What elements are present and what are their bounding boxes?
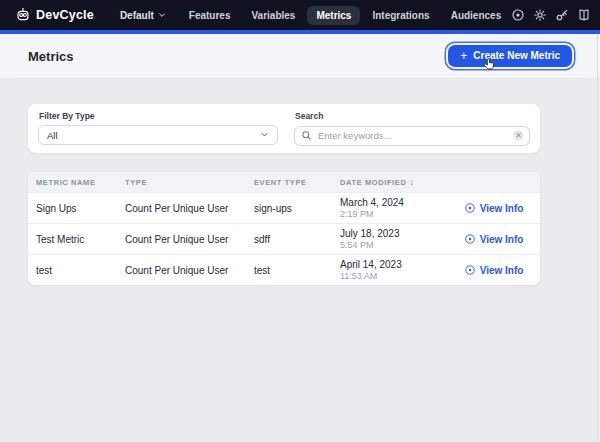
cell-event-type: test: [254, 265, 340, 276]
view-info-link[interactable]: View Info: [464, 264, 524, 276]
api-key-icon[interactable]: [554, 7, 570, 23]
create-button-label: Create New Metric: [473, 50, 560, 61]
filter-type-value: All: [47, 130, 58, 141]
documentation-book-icon[interactable]: [576, 7, 592, 23]
column-header-metric-name[interactable]: Metric Name: [36, 178, 125, 187]
nav-item-features[interactable]: Features: [180, 6, 240, 25]
cell-event-type: sdff: [254, 234, 340, 245]
table-row[interactable]: test Count Per Unique User test April 14…: [28, 254, 540, 285]
clear-search-icon[interactable]: ✕: [513, 130, 524, 141]
nav-item-audiences[interactable]: Audiences: [442, 6, 511, 25]
project-selector[interactable]: Default: [120, 10, 166, 21]
nav-item-metrics[interactable]: Metrics: [307, 6, 360, 25]
navbar-actions: [510, 6, 600, 24]
filter-by-type-field: Filter By Type All: [38, 111, 278, 145]
brand-logo[interactable]: DevCycle: [15, 7, 94, 23]
search-label: Search: [295, 111, 530, 121]
cell-metric-name: Test Metric: [36, 234, 125, 245]
toggle-status-icon[interactable]: [510, 7, 526, 23]
app-window: DevCycle Default Features Variables Metr…: [0, 0, 600, 442]
nav-item-variables[interactable]: Variables: [242, 6, 304, 25]
view-info-link[interactable]: View Info: [464, 233, 524, 245]
filter-by-type-label: Filter By Type: [39, 111, 278, 121]
project-selector-label: Default: [120, 10, 154, 21]
eye-icon: [464, 264, 476, 276]
chevron-down-icon: [158, 10, 166, 21]
cell-metric-name: Sign Ups: [36, 203, 125, 214]
cell-type: Count Per Unique User: [125, 203, 254, 214]
table-row[interactable]: Test Metric Count Per Unique User sdff J…: [28, 223, 540, 254]
window-edge-divider: [597, 34, 598, 442]
main-content: Filter By Type All Search ✕: [0, 79, 600, 285]
column-header-event-type[interactable]: Event Type: [254, 178, 340, 187]
cell-date-modified: April 14, 2023 11:53 AM: [340, 259, 455, 281]
filter-type-select[interactable]: All: [38, 125, 278, 145]
search-field: Search ✕: [294, 111, 530, 145]
column-header-date-modified[interactable]: Date Modified ↓: [340, 177, 455, 187]
column-header-type[interactable]: Type: [125, 178, 254, 187]
cell-metric-name: test: [36, 265, 125, 276]
search-input[interactable]: [294, 126, 530, 146]
view-info-link[interactable]: View Info: [464, 202, 524, 214]
filter-card: Filter By Type All Search ✕: [28, 104, 540, 153]
search-icon: [301, 130, 312, 141]
cell-type: Count Per Unique User: [125, 234, 254, 245]
primary-navigation: Features Variables Metrics Integrations …: [180, 6, 510, 25]
nav-item-integrations[interactable]: Integrations: [363, 6, 438, 25]
settings-gear-icon[interactable]: [532, 7, 548, 23]
eye-icon: [464, 202, 476, 214]
page-title: Metrics: [28, 49, 74, 64]
cell-date-modified: March 4, 2024 2:19 PM: [340, 197, 455, 219]
cell-date-modified: July 18, 2023 5:54 PM: [340, 228, 455, 250]
brand-name: DevCycle: [36, 8, 94, 22]
plus-icon: +: [460, 51, 467, 61]
devcycle-robot-icon: [15, 7, 31, 23]
eye-icon: [464, 233, 476, 245]
metrics-table: Metric Name Type Event Type Date Modifie…: [28, 172, 540, 285]
page-header: Metrics + Create New Metric: [0, 34, 600, 78]
top-navbar: DevCycle Default Features Variables Metr…: [0, 0, 600, 30]
sort-desc-icon: ↓: [409, 177, 414, 187]
table-row[interactable]: Sign Ups Count Per Unique User sign-ups …: [28, 192, 540, 223]
create-new-metric-button[interactable]: + Create New Metric: [448, 45, 572, 67]
chevron-down-icon: [260, 130, 269, 141]
cell-type: Count Per Unique User: [125, 265, 254, 276]
cell-event-type: sign-ups: [254, 203, 340, 214]
table-header-row: Metric Name Type Event Type Date Modifie…: [28, 172, 540, 192]
